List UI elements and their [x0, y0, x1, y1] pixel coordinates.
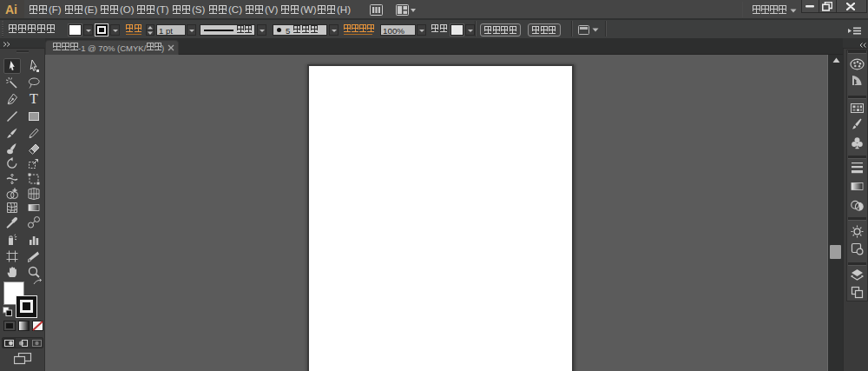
svg-text:T: T	[30, 92, 38, 106]
